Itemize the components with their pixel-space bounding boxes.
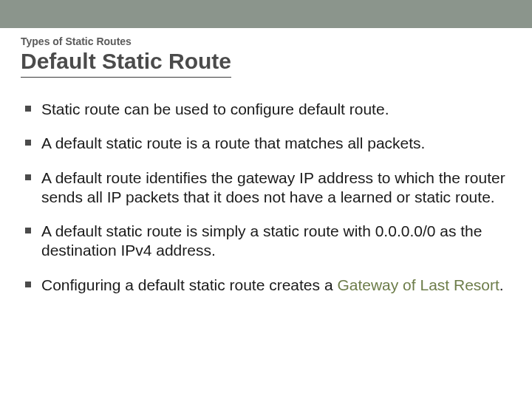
slide-content: Types of Static Routes Default Static Ro… (0, 28, 532, 295)
header-bar (0, 0, 532, 28)
list-item: A default route identifies the gateway I… (25, 168, 507, 208)
highlight-term: Gateway of Last Resort (337, 276, 499, 293)
list-item: Static route can be used to configure de… (25, 100, 507, 119)
bullet-text: A default route identifies the gateway I… (41, 169, 505, 205)
bullet-text: Static route can be used to configure de… (41, 100, 389, 117)
list-item: A default static route is simply a stati… (25, 222, 507, 261)
bullet-list: Static route can be used to configure de… (25, 100, 507, 295)
list-item: A default static route is a route that m… (25, 134, 507, 153)
slide-title: Default Static Route (21, 49, 231, 78)
slide-kicker: Types of Static Routes (21, 35, 511, 47)
bullet-text-prefix: Configuring a default static route creat… (41, 276, 337, 293)
list-item: Configuring a default static route creat… (25, 276, 507, 295)
bullet-text-suffix: . (499, 276, 504, 293)
bullet-text: A default static route is simply a stati… (41, 222, 482, 259)
bullet-text: A default static route is a route that m… (41, 134, 425, 151)
